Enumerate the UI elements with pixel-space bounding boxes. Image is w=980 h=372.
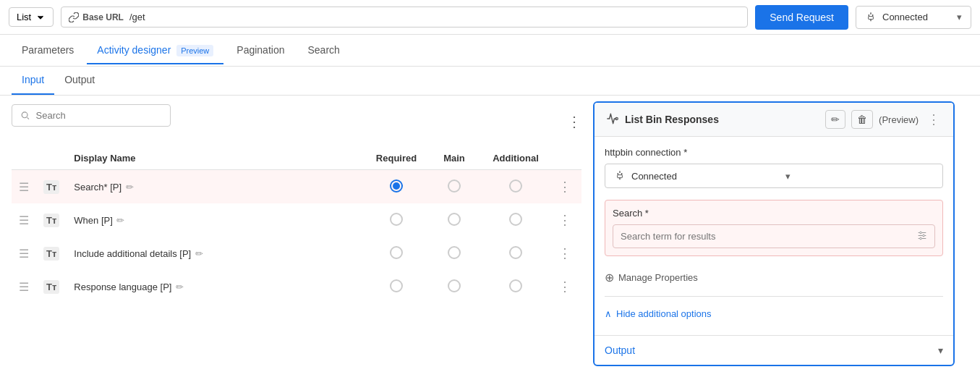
activity-icon [605, 111, 619, 126]
col-drag [12, 147, 36, 170]
edit-row-button[interactable]: ✏ [115, 214, 126, 227]
type-icon-cell: Tт [36, 237, 67, 270]
svg-rect-0 [869, 16, 874, 19]
additional-radio[interactable] [509, 179, 522, 193]
manage-properties-button[interactable]: ⊕ Manage Properties [605, 266, 943, 289]
search-input[interactable] [36, 110, 161, 121]
link-icon [69, 12, 79, 22]
main-radio[interactable] [448, 246, 461, 259]
required-radio[interactable] [390, 179, 403, 193]
drag-handle-icon[interactable]: ☰ [19, 248, 29, 260]
hide-options-button[interactable]: ∧ Hide additional options [605, 304, 943, 324]
col-type [36, 147, 67, 170]
tab-search[interactable]: Search [297, 37, 349, 64]
required-cell [367, 170, 425, 204]
row-menu-button[interactable]: ⋮ [555, 244, 574, 263]
delete-panel-button[interactable]: 🗑 [851, 110, 873, 129]
connection-select[interactable]: Connected ▾ [605, 164, 943, 188]
col-display-name: Display Name [67, 147, 367, 170]
drag-handle-icon[interactable]: ☰ [19, 281, 29, 293]
additional-radio[interactable] [509, 246, 522, 259]
row-name: When [P] [74, 215, 112, 226]
edit-panel-button[interactable]: ✏ [825, 110, 845, 129]
chevron-down-icon [35, 12, 46, 22]
search-icon [21, 111, 30, 121]
panel-body: httpbin connection * Connected ▾ Search … [595, 137, 953, 332]
search-term-input[interactable] [613, 224, 935, 248]
filter-icon[interactable] [916, 229, 928, 243]
display-name-cell: Include additional details [P] ✏ [67, 237, 367, 270]
main-radio[interactable] [448, 213, 461, 226]
main-content: ⋮ Display Name Required Main Additional [0, 96, 980, 372]
search-field-label: Search * [613, 208, 935, 219]
additional-cell [483, 270, 548, 303]
tabs-bar: Parameters Activity designer Preview Pag… [0, 35, 980, 67]
additional-radio[interactable] [509, 279, 522, 292]
base-url-input[interactable] [129, 12, 740, 22]
col-additional: Additional [483, 147, 548, 170]
drag-handle-cell: ☰ [12, 270, 36, 303]
required-cell [367, 203, 425, 237]
table-actions-button[interactable]: ⋮ [567, 113, 581, 130]
plug-icon [865, 12, 877, 23]
row-name: Include additional details [P] [74, 248, 191, 259]
table-row: ☰ Tт When [P] ✏ ⋮ [12, 203, 581, 237]
chevron-down-icon: ▾ [785, 171, 934, 182]
additional-cell [483, 170, 548, 204]
edit-row-button[interactable]: ✏ [174, 280, 185, 294]
list-dropdown[interactable]: List [9, 7, 54, 27]
preview-badge: (Preview) [879, 114, 919, 125]
tab-activity-designer[interactable]: Activity designer Preview [87, 37, 223, 64]
table-row: ☰ Tт Response language [P] ✏ ⋮ [12, 270, 581, 303]
drag-handle-icon[interactable]: ☰ [19, 181, 29, 193]
main-cell [425, 237, 483, 270]
divider [605, 296, 943, 297]
tab-parameters[interactable]: Parameters [12, 37, 84, 64]
tab-pagination[interactable]: Pagination [226, 37, 294, 64]
right-panel: List Bin Responses ✏ 🗑 (Preview) ⋮ httpb… [593, 101, 955, 366]
search-field-section: Search * [605, 200, 943, 256]
preview-badge: Preview [176, 45, 213, 56]
additional-radio[interactable] [509, 213, 522, 226]
required-radio[interactable] [390, 279, 403, 292]
sub-tab-output[interactable]: Output [54, 67, 105, 95]
connected-dropdown[interactable]: Connected ▾ [856, 6, 971, 29]
svg-point-9 [920, 237, 922, 240]
main-cell [425, 170, 483, 204]
panel-menu-button[interactable]: ⋮ [924, 110, 943, 129]
drag-handle-cell: ☰ [12, 203, 36, 237]
search-bar-container [12, 104, 171, 127]
sub-tab-input[interactable]: Input [12, 67, 54, 95]
required-radio[interactable] [390, 246, 403, 259]
top-bar: List Base URL Send Request Connected ▾ [0, 0, 980, 35]
svg-rect-3 [618, 175, 623, 178]
manage-props-label: Manage Properties [618, 272, 698, 283]
main-radio[interactable] [448, 279, 461, 292]
svg-point-7 [920, 232, 922, 234]
display-name-cell: Search* [P] ✏ [67, 170, 367, 204]
svg-point-8 [923, 234, 925, 237]
row-menu-button[interactable]: ⋮ [555, 211, 574, 229]
edit-row-button[interactable]: ✏ [124, 180, 135, 194]
search-input-wrapper [613, 224, 935, 248]
connection-value: Connected [631, 171, 780, 182]
base-url-bar: Base URL [61, 7, 748, 28]
send-request-button[interactable]: Send Request [755, 5, 848, 30]
chevron-down-icon: ▾ [938, 344, 943, 356]
edit-row-button[interactable]: ✏ [194, 247, 205, 261]
drag-handle-cell: ☰ [12, 237, 36, 270]
output-section[interactable]: Output ▾ [595, 335, 953, 365]
panel-title: List Bin Responses [625, 114, 819, 125]
type-text-icon: Tт [43, 214, 59, 227]
chevron-down-icon: ▾ [957, 12, 962, 22]
drag-handle-icon[interactable]: ☰ [19, 214, 29, 227]
additional-cell [483, 203, 548, 237]
required-radio[interactable] [390, 213, 403, 226]
main-radio[interactable] [448, 179, 461, 193]
row-menu-cell: ⋮ [548, 270, 581, 303]
type-text-icon: Tт [43, 180, 59, 194]
row-menu-button[interactable]: ⋮ [555, 177, 574, 196]
row-menu-button[interactable]: ⋮ [555, 277, 574, 296]
panel-header: List Bin Responses ✏ 🗑 (Preview) ⋮ [595, 103, 953, 137]
panel-icon [605, 111, 619, 128]
